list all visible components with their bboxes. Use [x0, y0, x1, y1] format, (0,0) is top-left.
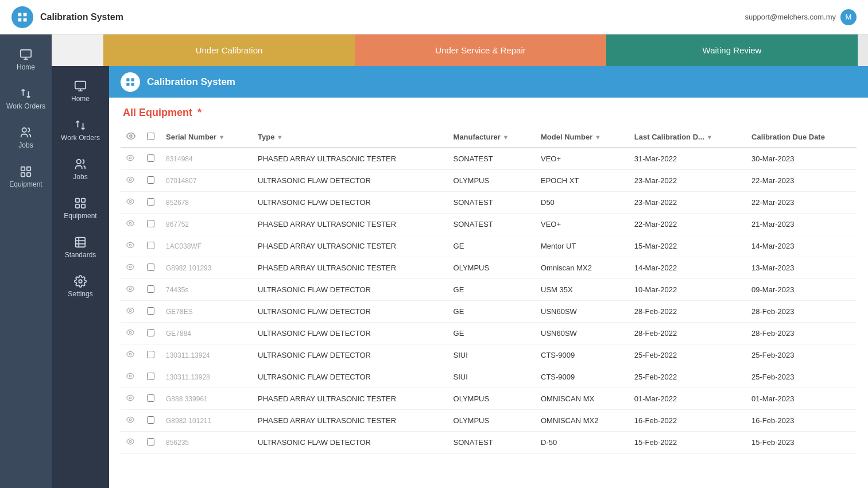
sidebar-inner-workorders-label: Work Orders — [61, 134, 100, 142]
svg-point-7 — [22, 128, 26, 132]
row-checkbox-13[interactable] — [141, 432, 160, 454]
sidebar-inner-jobs[interactable]: Jobs — [52, 150, 109, 189]
row-eye-6[interactable] — [121, 279, 141, 301]
sidebar-item-equipment[interactable]: Equipment — [0, 157, 52, 196]
model-filter-icon[interactable]: ▼ — [595, 134, 601, 141]
lastcal-filter-icon[interactable]: ▼ — [707, 134, 713, 141]
row-eye-2[interactable] — [121, 192, 141, 214]
row-model-2: D50 — [535, 192, 629, 214]
row-model-0: VEO+ — [535, 148, 629, 170]
row-checkbox-5[interactable] — [141, 257, 160, 279]
row-select-7[interactable] — [147, 307, 154, 315]
row-checkbox-0[interactable] — [141, 148, 160, 170]
row-model-9: CTS-9009 — [535, 344, 629, 366]
row-lastcal-4: 15-Mar-2022 — [629, 235, 746, 257]
select-all-checkbox[interactable] — [147, 133, 154, 140]
row-select-9[interactable] — [147, 351, 154, 358]
row-checkbox-11[interactable] — [141, 388, 160, 410]
tab-under-service[interactable]: Under Service & Repair — [355, 34, 606, 66]
row-select-1[interactable] — [147, 176, 154, 184]
table-row: G888 339961 PHASED ARRAY ULTRASONIC TEST… — [121, 388, 857, 410]
svg-point-39 — [129, 353, 131, 355]
sidebar-item-workorders[interactable]: Work Orders — [0, 79, 52, 118]
svg-rect-8 — [21, 167, 25, 171]
row-select-8[interactable] — [147, 329, 154, 336]
row-type-8: ULTRASONIC FLAW DETECTOR — [252, 323, 448, 344]
section-title: All Equipment * — [121, 107, 857, 119]
row-select-0[interactable] — [147, 154, 154, 162]
row-eye-1[interactable] — [121, 170, 141, 192]
row-model-11: OMNISCAN MX — [535, 388, 629, 410]
sidebar-workorders-label: Work Orders — [6, 102, 45, 110]
row-manufacturer-11: OLYMPUS — [448, 388, 535, 410]
row-checkbox-2[interactable] — [141, 192, 160, 214]
row-checkbox-8[interactable] — [141, 323, 160, 344]
row-lastcal-6: 10-Mar-2022 — [629, 279, 746, 301]
serial-filter-icon[interactable]: ▼ — [219, 134, 225, 141]
row-select-4[interactable] — [147, 242, 154, 249]
sidebar-inner-settings-label: Settings — [68, 290, 92, 298]
row-checkbox-6[interactable] — [141, 279, 160, 301]
sidebar-item-jobs[interactable]: Jobs — [0, 118, 52, 157]
row-select-2[interactable] — [147, 198, 154, 206]
row-checkbox-12[interactable] — [141, 410, 160, 432]
row-select-11[interactable] — [147, 394, 154, 402]
row-model-3: VEO+ — [535, 214, 629, 235]
row-serial-12: G8982 101211 — [160, 410, 252, 432]
sidebar-inner-equipment[interactable]: Equipment — [52, 189, 109, 228]
row-checkbox-9[interactable] — [141, 344, 160, 366]
row-eye-10[interactable] — [121, 366, 141, 388]
svg-point-31 — [129, 179, 131, 181]
row-checkbox-3[interactable] — [141, 214, 160, 235]
row-checkbox-10[interactable] — [141, 366, 160, 388]
row-manufacturer-3: SONATEST — [448, 214, 535, 235]
svg-rect-18 — [76, 204, 79, 208]
row-duedate-9: 25-Feb-2023 — [746, 344, 857, 366]
sidebar-item-home[interactable]: Home — [0, 40, 52, 79]
row-checkbox-7[interactable] — [141, 301, 160, 323]
row-duedate-11: 01-Mar-2023 — [746, 388, 857, 410]
row-eye-13[interactable] — [121, 432, 141, 454]
manufacturer-filter-icon[interactable]: ▼ — [503, 134, 509, 141]
row-model-8: USN60SW — [535, 323, 629, 344]
svg-rect-19 — [82, 204, 85, 208]
row-eye-0[interactable] — [121, 148, 141, 170]
row-select-13[interactable] — [147, 438, 154, 446]
row-duedate-2: 22-Mar-2023 — [746, 192, 857, 214]
row-select-10[interactable] — [147, 373, 154, 380]
sidebar-inner-workorders[interactable]: Work Orders — [52, 111, 109, 150]
row-eye-9[interactable] — [121, 344, 141, 366]
tab-waiting-review[interactable]: Waiting Review — [606, 34, 858, 66]
col-model-number: Model Number ▼ — [535, 127, 629, 148]
svg-rect-1 — [24, 13, 27, 16]
tab-under-calibration[interactable]: Under Calibration — [103, 34, 355, 66]
row-checkbox-1[interactable] — [141, 170, 160, 192]
sidebar-inner-settings[interactable]: Settings — [52, 267, 109, 306]
row-eye-8[interactable] — [121, 323, 141, 344]
row-eye-12[interactable] — [121, 410, 141, 432]
col-eye — [121, 127, 141, 148]
content-header-title: Calibration System — [147, 76, 235, 88]
type-filter-icon[interactable]: ▼ — [277, 134, 283, 141]
col-checkbox[interactable] — [141, 127, 160, 148]
row-checkbox-4[interactable] — [141, 235, 160, 257]
row-eye-11[interactable] — [121, 388, 141, 410]
row-model-6: USM 35X — [535, 279, 629, 301]
row-eye-7[interactable] — [121, 301, 141, 323]
svg-point-43 — [129, 440, 131, 443]
row-select-6[interactable] — [147, 285, 154, 293]
row-serial-7: GE78ES — [160, 301, 252, 323]
row-select-3[interactable] — [147, 220, 154, 227]
row-select-12[interactable] — [147, 416, 154, 424]
row-eye-5[interactable] — [121, 257, 141, 279]
row-eye-3[interactable] — [121, 214, 141, 235]
sidebar-inner-home[interactable]: Home — [52, 72, 109, 111]
row-serial-11: G888 339961 — [160, 388, 252, 410]
svg-rect-27 — [126, 83, 129, 86]
sidebar-inner-standards[interactable]: Standards — [52, 228, 109, 267]
row-select-5[interactable] — [147, 264, 154, 271]
row-manufacturer-7: GE — [448, 301, 535, 323]
row-eye-4[interactable] — [121, 235, 141, 257]
col-calibration-due: Calibration Due Date — [746, 127, 857, 148]
row-manufacturer-13: SONATEST — [448, 432, 535, 454]
